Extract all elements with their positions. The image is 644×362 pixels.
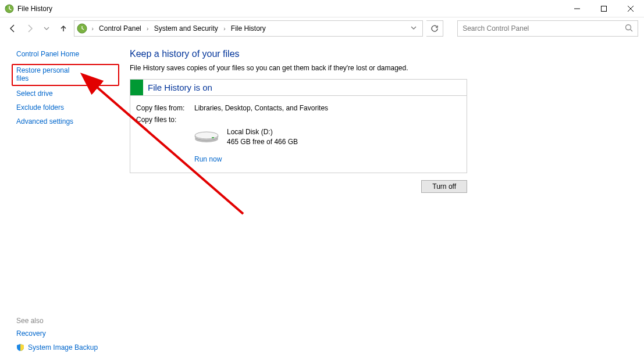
breadcrumb-control-panel[interactable]: Control Panel (97, 21, 144, 36)
chevron-icon[interactable]: › (88, 26, 97, 32)
breadcrumb-system-security[interactable]: System and Security (152, 21, 220, 36)
drive-space: 465 GB free of 466 GB (227, 137, 298, 147)
sidebar-exclude-folders[interactable]: Exclude folders (16, 103, 119, 112)
sidebar-advanced-settings[interactable]: Advanced settings (16, 117, 119, 126)
copy-from-label: Copy files from: (136, 104, 194, 112)
status-box: File History is on Copy files from: Libr… (130, 79, 467, 173)
see-also-label: See also (16, 317, 119, 325)
back-button[interactable] (6, 21, 19, 35)
maximize-button[interactable] (590, 0, 617, 17)
chevron-icon[interactable]: › (220, 26, 229, 32)
status-header: File History is on (130, 80, 467, 96)
control-panel-icon (77, 23, 87, 34)
sidebar: Control Panel Home Restore personal file… (0, 40, 119, 362)
sidebar-restore-files[interactable]: Restore personal files (16, 66, 83, 83)
drive-block: Local Disk (D:) 465 GB free of 466 GB (194, 127, 461, 147)
window-title: File History (17, 5, 52, 13)
close-button[interactable] (617, 0, 644, 17)
search-box[interactable] (457, 20, 638, 37)
status-accent (130, 80, 143, 95)
sidebar-select-drive[interactable]: Select drive (16, 89, 119, 98)
sidebar-recovery[interactable]: Recovery (16, 329, 119, 338)
svg-rect-11 (212, 137, 214, 138)
forward-button[interactable] (23, 21, 36, 35)
drive-name: Local Disk (D:) (227, 127, 298, 137)
main-content: Keep a history of your files File Histor… (119, 40, 644, 362)
sidebar-control-panel-home[interactable]: Control Panel Home (16, 50, 119, 58)
breadcrumb-file-history[interactable]: File History (229, 21, 268, 36)
highlight-box: Restore personal files (12, 64, 119, 86)
file-history-icon (5, 4, 14, 13)
sidebar-system-image-backup[interactable]: System Image Backup (28, 343, 98, 352)
titlebar: File History (0, 0, 644, 17)
navbar: › Control Panel › System and Security › … (0, 17, 644, 40)
chevron-icon[interactable]: › (144, 26, 152, 32)
search-icon[interactable] (625, 24, 633, 34)
svg-line-7 (630, 29, 632, 31)
address-bar[interactable]: › Control Panel › System and Security › … (74, 20, 423, 37)
recent-dropdown[interactable] (40, 21, 54, 35)
page-title: Keep a history of your files (130, 49, 632, 59)
svg-rect-2 (602, 6, 607, 11)
svg-point-6 (625, 24, 631, 30)
page-description: File History saves copies of your files … (130, 64, 632, 72)
copy-to-label: Copy files to: (136, 116, 194, 124)
up-button[interactable] (57, 21, 70, 35)
window-controls (564, 0, 644, 17)
shield-icon (16, 343, 24, 352)
copy-from-value: Libraries, Desktop, Contacts, and Favori… (194, 104, 461, 112)
refresh-button[interactable] (426, 20, 443, 37)
status-text: File History is on (143, 83, 212, 92)
turn-off-button[interactable]: Turn off (421, 180, 467, 193)
minimize-button[interactable] (564, 0, 590, 17)
run-now-link[interactable]: Run now (194, 155, 222, 163)
search-input[interactable] (462, 24, 625, 33)
address-dropdown-icon[interactable] (407, 24, 420, 33)
drive-icon (194, 127, 219, 144)
svg-point-10 (195, 132, 218, 139)
